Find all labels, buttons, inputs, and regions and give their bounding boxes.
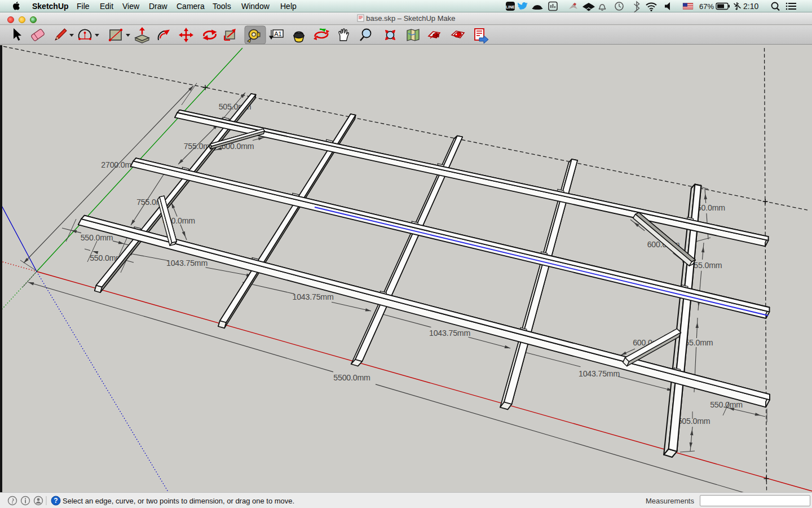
svg-text:LINE: LINE [506, 5, 515, 9]
svg-text:1043.75mm: 1043.75mm [166, 259, 208, 268]
svg-text:2:10: 2:10 [743, 2, 758, 11]
svg-text:?: ? [54, 497, 58, 505]
svg-text:5500.0mm: 5500.0mm [333, 373, 370, 382]
svg-text:505.0mm: 505.0mm [678, 417, 710, 426]
svg-text:67%: 67% [699, 2, 714, 11]
svg-text:1043.75mm: 1043.75mm [579, 369, 620, 378]
svg-text:1043.75mm: 1043.75mm [429, 329, 470, 338]
svg-text:A1: A1 [274, 30, 281, 37]
svg-text:550.0mm: 550.0mm [81, 233, 113, 242]
svg-text:1043.75mm: 1043.75mm [292, 292, 333, 301]
svg-text:550.0mm: 550.0mm [710, 400, 743, 409]
